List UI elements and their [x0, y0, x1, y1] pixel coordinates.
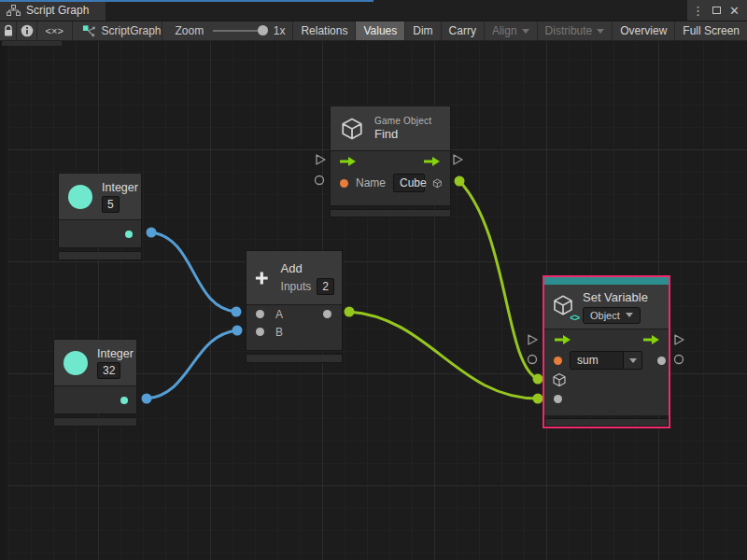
carry-button[interactable]: Carry	[441, 21, 484, 40]
info-button[interactable]	[17, 21, 37, 40]
node-header[interactable]: Game Object Find	[331, 106, 450, 150]
node-integer-32[interactable]: Integer 32	[53, 339, 137, 427]
align-button[interactable]: Align	[484, 21, 537, 40]
plus-icon	[254, 266, 270, 290]
node-header[interactable]: <> Set Variable Object	[544, 285, 669, 329]
window-close-icon[interactable]: ✕	[729, 5, 740, 17]
graph-breadcrumb[interactable]: ScriptGraph	[73, 21, 162, 40]
name-input-port[interactable]	[340, 179, 348, 188]
dim-button[interactable]: Dim	[404, 21, 440, 40]
wire-end-dot[interactable]	[147, 228, 157, 238]
zoom-label: Zoom	[176, 24, 204, 37]
inputs-count-field[interactable]: 2	[317, 278, 334, 295]
integer-value-field[interactable]: 5	[102, 196, 120, 213]
script-graph-asset-icon	[82, 24, 96, 37]
focus-highlight-line	[0, 0, 374, 2]
wire-end-dot[interactable]	[345, 307, 355, 317]
variable-select[interactable]: sum	[570, 351, 642, 370]
relations-button[interactable]: Relations	[292, 21, 355, 40]
port-label: B	[275, 326, 283, 339]
node-title: Integer	[97, 347, 134, 360]
toolbar-buttons: Relations Values Dim Carry Align Distrib…	[292, 21, 747, 40]
lock-icon	[3, 24, 14, 37]
wire-end-dot[interactable]	[232, 307, 242, 317]
cube-icon	[340, 117, 364, 141]
wire-end-dot[interactable]	[142, 394, 152, 404]
distribute-button[interactable]: Distribute	[537, 21, 613, 40]
info-icon	[21, 24, 34, 37]
variable-node-strip	[544, 277, 669, 285]
caret-down-icon	[626, 313, 633, 317]
graph-name-label: ScriptGraph	[101, 24, 161, 37]
node-header[interactable]: Integer 5	[59, 174, 141, 219]
node-title: Add	[281, 261, 334, 275]
canvas-left-edge	[0, 41, 7, 560]
wire-end-dot[interactable]	[533, 394, 543, 404]
window-maximize-icon[interactable]	[712, 7, 721, 14]
graph-tab-icon	[7, 5, 21, 16]
node-footer	[53, 417, 137, 427]
values-button[interactable]: Values	[355, 21, 404, 40]
node-set-variable[interactable]: <> Set Variable Object	[543, 275, 670, 428]
fullscreen-button[interactable]: Full Screen	[674, 21, 747, 40]
code-icon: <×>	[46, 25, 63, 36]
zoom-slider-handle[interactable]	[258, 25, 268, 35]
integer-value-field[interactable]: 32	[97, 362, 120, 379]
node-add[interactable]: Add Inputs 2 A B	[246, 250, 343, 363]
title-bar: Script Graph ⋮ ✕	[0, 0, 747, 21]
add-input-b-port[interactable]	[256, 328, 264, 336]
name-value-field[interactable]: Cube	[393, 174, 425, 192]
wire-end-dot[interactable]	[533, 374, 543, 385]
caret-down-icon	[522, 29, 529, 34]
window-controls: ⋮ ✕	[687, 0, 747, 21]
node-footer	[544, 418, 669, 427]
zoom-slider[interactable]	[213, 30, 266, 32]
port-label: A	[275, 308, 283, 321]
integer-output-port[interactable]	[120, 397, 128, 404]
edit-code-button[interactable]: <×>	[37, 21, 73, 40]
caret-down-icon	[597, 29, 604, 34]
inputs-label: Inputs	[281, 280, 312, 293]
node-title: Find	[374, 127, 431, 141]
tab-title: Script Graph	[26, 4, 89, 17]
tab-script-graph[interactable]: Script Graph	[0, 0, 106, 21]
wire-end-dot[interactable]	[455, 176, 465, 187]
node-title: Set Variable	[583, 290, 648, 304]
canvas-top-left-stub	[2, 41, 62, 46]
gameobject-input-port[interactable]	[552, 372, 567, 387]
flow-out-arrow-icon[interactable]	[423, 156, 442, 167]
node-title: Integer	[102, 181, 138, 194]
flow-in-arrow-icon[interactable]	[339, 156, 358, 167]
node-integer-5[interactable]: Integer 5	[58, 173, 142, 260]
add-input-a-port[interactable]	[256, 310, 264, 318]
name-label: Name	[356, 176, 386, 189]
gameobject-output-icon[interactable]	[432, 176, 443, 190]
variable-select-value[interactable]: sum	[570, 351, 624, 370]
flow-out-arrow-icon[interactable]	[642, 334, 661, 345]
integer-output-port[interactable]	[125, 231, 133, 238]
node-footer	[330, 209, 451, 217]
node-header[interactable]: Add Inputs 2	[247, 251, 342, 304]
variable-name-port[interactable]	[554, 357, 562, 365]
caret-down-icon	[629, 358, 637, 363]
lock-button[interactable]	[0, 21, 17, 40]
variable-code-icon: <>	[570, 313, 579, 323]
node-footer	[58, 251, 142, 260]
graph-toolbar: <×> ScriptGraph Zoom 1x Relations Values…	[0, 21, 747, 41]
wire-end-dot[interactable]	[233, 326, 243, 336]
node-footer	[246, 354, 343, 363]
node-header[interactable]: Integer 32	[54, 340, 136, 385]
variable-scope-dropdown[interactable]: Object	[583, 307, 641, 324]
node-gameobject-find[interactable]: Game Object Find Name Cube	[330, 105, 451, 217]
window-menu-icon[interactable]: ⋮	[692, 5, 704, 17]
variable-value-out-port[interactable]	[657, 357, 666, 365]
variable-select-button[interactable]	[624, 351, 642, 370]
node-category: Game Object	[374, 116, 431, 126]
value-input-port[interactable]	[554, 395, 562, 403]
flow-in-arrow-icon[interactable]	[554, 334, 572, 345]
zoom-value: 1x	[274, 24, 286, 37]
integer-icon	[68, 185, 92, 209]
overview-button[interactable]: Overview	[612, 21, 674, 40]
integer-icon	[63, 351, 88, 375]
add-output-port[interactable]	[323, 310, 331, 318]
